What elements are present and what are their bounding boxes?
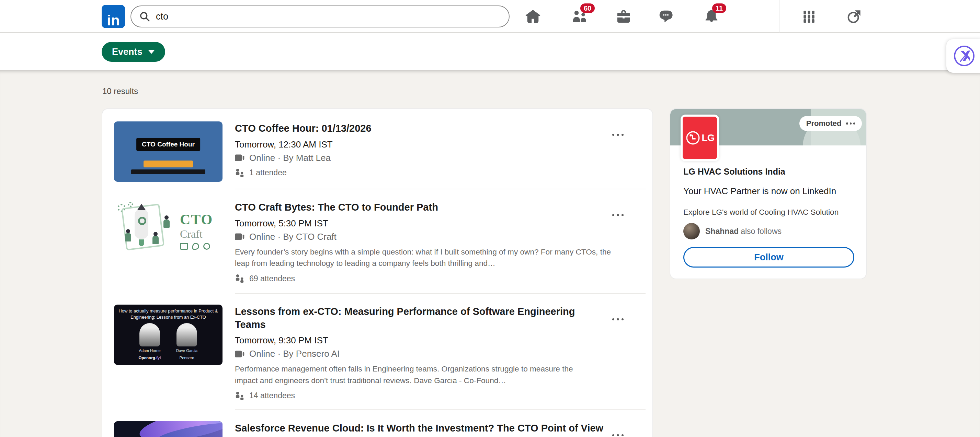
network-badge: 60 bbox=[580, 3, 595, 13]
event-thumbnail[interactable]: CTO Coffee Hour bbox=[114, 122, 223, 182]
overflow-menu-button[interactable] bbox=[609, 315, 626, 323]
main-content: 10 results CTO Coffee Hour CTO Coffee Ho… bbox=[0, 70, 980, 437]
top-navigation: in 60 bbox=[0, 0, 980, 33]
home-icon bbox=[525, 9, 541, 24]
event-description: Performance management often fails in En… bbox=[235, 363, 578, 386]
home-button[interactable] bbox=[511, 0, 555, 33]
attendees-text: 14 attendees bbox=[249, 391, 295, 400]
follow-button[interactable]: Follow bbox=[683, 247, 854, 268]
event-result-row[interactable]: How to actually measure performance in P… bbox=[102, 294, 652, 409]
my-network-button[interactable]: 60 bbox=[558, 0, 601, 33]
video-camera-icon bbox=[235, 154, 245, 162]
video-camera-icon bbox=[235, 350, 245, 358]
thumb-mini-icons bbox=[180, 243, 210, 250]
overflow-menu-button[interactable] bbox=[609, 211, 626, 219]
event-attendees: 14 attendees bbox=[235, 391, 639, 401]
event-meta-text: Online · By Matt Lea bbox=[249, 153, 331, 163]
event-time: Tomorrow, 12:30 AM IST bbox=[235, 139, 639, 150]
events-filter-label: Events bbox=[112, 47, 143, 57]
event-thumbnail[interactable]: How to actually measure performance in P… bbox=[114, 305, 223, 365]
for-business-button[interactable] bbox=[787, 0, 831, 33]
overflow-menu-button[interactable] bbox=[609, 432, 626, 437]
search-icon bbox=[139, 11, 150, 22]
attendees-icon bbox=[235, 274, 245, 283]
advertise-target-icon bbox=[846, 9, 862, 24]
event-thumbnail[interactable]: SIGN UP TO RECEIVE THE RECORDING Salesfo… bbox=[114, 421, 223, 437]
events-filter-pill[interactable]: Events bbox=[102, 42, 165, 62]
advertiser-name[interactable]: LG HVAC Solutions India bbox=[683, 167, 785, 177]
speaker-photo bbox=[139, 323, 160, 347]
speaker-name: Adam Horne bbox=[129, 348, 170, 353]
notifications-button[interactable]: 11 bbox=[689, 0, 733, 33]
search-filter-bar: Events bbox=[0, 33, 980, 70]
thumb-brand-bottom: Craft bbox=[180, 228, 203, 241]
event-result-row[interactable]: CTO Craft CTO Craft Bytes: The CTO to Fo… bbox=[102, 189, 652, 293]
event-title[interactable]: CTO Craft Bytes: The CTO to Founder Path bbox=[235, 201, 639, 214]
promoted-ad-card: LG Promoted LG HVAC Solutions India Your… bbox=[670, 108, 867, 279]
social-proof-text: also follows bbox=[741, 227, 781, 236]
social-proof-name: Shahnad bbox=[705, 227, 738, 236]
attendees-icon bbox=[235, 168, 245, 178]
event-description: Every founder’s story begins with a simp… bbox=[235, 246, 616, 269]
event-details: CTO Coffee Hour: 01/13/2026 Tomorrow, 12… bbox=[235, 122, 639, 178]
event-time: Tomorrow, 5:30 PM IST bbox=[235, 218, 639, 229]
ad-subtext: Explore LG's world of Cooling HVAC Solut… bbox=[683, 208, 838, 217]
avatar bbox=[683, 223, 700, 239]
search-input[interactable] bbox=[156, 11, 501, 22]
promoted-label: Promoted bbox=[806, 119, 842, 128]
lg-mark-icon bbox=[686, 130, 700, 146]
event-details: Salesforce Revenue Cloud: Is It Worth th… bbox=[235, 421, 639, 435]
event-attendees: 1 attendee bbox=[235, 168, 639, 178]
notifications-badge: 11 bbox=[712, 3, 726, 13]
x-extension-icon bbox=[953, 44, 976, 68]
event-result-row[interactable]: SIGN UP TO RECEIVE THE RECORDING Salesfo… bbox=[102, 410, 652, 437]
event-meta: Online · By Pensero AI bbox=[235, 348, 639, 359]
speaker-photo bbox=[177, 323, 197, 347]
ad-options-icon[interactable] bbox=[846, 122, 855, 124]
event-title[interactable]: Lessons from ex-CTO: Measuring Performan… bbox=[235, 305, 578, 331]
attendees-icon bbox=[235, 391, 245, 401]
event-attendees: 69 attendees bbox=[235, 274, 639, 283]
search-bar[interactable] bbox=[130, 5, 509, 27]
event-meta-text: Online · By Pensero AI bbox=[249, 348, 340, 359]
search-results-card: CTO Coffee Hour CTO Coffee Hour: 01/13/2… bbox=[102, 108, 653, 437]
event-title[interactable]: CTO Coffee Hour: 01/13/2026 bbox=[235, 122, 639, 135]
jobs-button[interactable] bbox=[601, 0, 646, 33]
event-time: Tomorrow, 9:30 PM IST bbox=[235, 335, 639, 346]
video-camera-icon bbox=[235, 233, 245, 241]
event-result-row[interactable]: CTO Coffee Hour CTO Coffee Hour: 01/13/2… bbox=[102, 109, 652, 188]
promoted-pill[interactable]: Promoted bbox=[799, 116, 862, 131]
lg-brand-text: LG bbox=[702, 132, 714, 143]
ad-social-proof: Shahnad also follows bbox=[683, 223, 781, 239]
results-count: 10 results bbox=[102, 86, 138, 96]
event-meta: Online · By CTO Craft bbox=[235, 231, 639, 242]
thumb-logo: Openorg.fyi bbox=[129, 355, 170, 360]
messaging-button[interactable] bbox=[644, 0, 688, 33]
event-meta: Online · By Matt Lea bbox=[235, 153, 639, 163]
overflow-menu-button[interactable] bbox=[609, 131, 626, 139]
thumb-title-text: CTO Coffee Hour bbox=[136, 138, 200, 151]
advertiser-logo[interactable]: LG bbox=[681, 114, 719, 161]
briefcase-icon bbox=[616, 9, 632, 24]
thumb-brand-top: CTO bbox=[180, 211, 213, 228]
event-meta-text: Online · By CTO Craft bbox=[249, 231, 337, 242]
thumb-caption-bar bbox=[131, 169, 205, 174]
chat-bubble-icon bbox=[658, 9, 674, 24]
attendees-text: 69 attendees bbox=[249, 274, 295, 283]
event-thumbnail[interactable]: CTO Craft bbox=[114, 200, 223, 261]
attendees-text: 1 attendee bbox=[249, 168, 287, 177]
nav-divider bbox=[779, 0, 780, 33]
linkedin-search-page: in 60 bbox=[0, 0, 980, 437]
extension-widget[interactable] bbox=[947, 39, 980, 73]
event-details: CTO Craft Bytes: The CTO to Founder Path… bbox=[235, 200, 639, 283]
thumb-logo: Pensero bbox=[166, 355, 207, 360]
thumb-heading: How to actually measure performance in P… bbox=[118, 308, 218, 320]
ad-headline: Your HVAC Partner is now on LinkedIn bbox=[683, 186, 836, 196]
event-title[interactable]: Salesforce Revenue Cloud: Is It Worth th… bbox=[235, 422, 630, 435]
linkedin-logo[interactable]: in bbox=[102, 5, 125, 28]
apps-grid-icon bbox=[802, 9, 816, 24]
chevron-down-icon bbox=[148, 50, 155, 54]
advertise-button[interactable] bbox=[832, 0, 876, 33]
speaker-name: Dave Garcia bbox=[166, 348, 207, 353]
thumb-orange-bar bbox=[143, 160, 193, 168]
